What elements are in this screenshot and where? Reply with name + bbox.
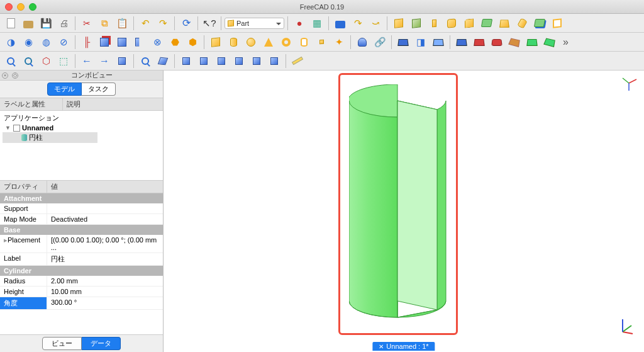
prop-angle[interactable]: 角度 300.00 ° bbox=[0, 297, 163, 310]
part-mirror-button[interactable] bbox=[426, 15, 442, 31]
tab-view[interactable]: ビュー bbox=[42, 337, 82, 350]
tab-model[interactable]: モデル bbox=[47, 82, 82, 96]
view-top-button[interactable] bbox=[196, 53, 212, 69]
redo-button[interactable]: ↷ bbox=[155, 15, 171, 31]
panel-undock-button[interactable]: ◇ bbox=[12, 72, 18, 79]
nav-back-button[interactable]: ← bbox=[79, 53, 95, 69]
cut-button[interactable]: ✂ bbox=[79, 15, 95, 31]
prim-sphere-button[interactable] bbox=[243, 34, 259, 50]
make-face-button[interactable] bbox=[354, 34, 370, 50]
part-revolve-button[interactable] bbox=[408, 15, 425, 31]
save-button[interactable]: 💾 bbox=[38, 15, 54, 31]
prim-cylinder-button[interactable] bbox=[225, 34, 242, 50]
tree-cylinder-item[interactable]: 円柱 bbox=[3, 132, 97, 143]
paste-button[interactable]: 📋 bbox=[114, 15, 130, 31]
surface-3-button[interactable] bbox=[489, 34, 505, 50]
surface-1-button[interactable] bbox=[453, 34, 470, 50]
bool-common-button[interactable]: ◍ bbox=[38, 34, 54, 50]
prop-placement[interactable]: ▸Placement [(0.00 0.00 1.00); 0.00 °; (0… bbox=[0, 235, 163, 253]
slice-button[interactable] bbox=[114, 34, 130, 50]
macro-record-button[interactable]: ● bbox=[291, 15, 308, 31]
link-import-all-button[interactable]: ⤻ bbox=[367, 15, 384, 31]
close-tab-icon[interactable]: ✕ bbox=[379, 343, 384, 350]
surface-6-button[interactable] bbox=[541, 34, 558, 50]
nav-cube-axes[interactable] bbox=[620, 74, 638, 92]
projection-button[interactable] bbox=[430, 34, 447, 50]
view-left-button[interactable] bbox=[266, 53, 282, 69]
part-thickness-button[interactable] bbox=[549, 15, 565, 31]
bool-union-button[interactable]: ◉ bbox=[20, 34, 36, 50]
prop-support[interactable]: Support bbox=[0, 203, 163, 214]
link-nav-button[interactable] bbox=[114, 53, 130, 69]
view-bottom-button[interactable] bbox=[248, 53, 265, 69]
part-extrude-button[interactable] bbox=[391, 15, 407, 31]
part-loft-button[interactable] bbox=[496, 15, 513, 31]
close-window-button[interactable] bbox=[5, 3, 13, 11]
prim-box-button[interactable] bbox=[208, 34, 224, 50]
new-button[interactable] bbox=[3, 15, 19, 31]
prim-tube-button[interactable] bbox=[296, 34, 312, 50]
open-button[interactable] bbox=[20, 15, 36, 31]
bool-section-button[interactable]: ⊘ bbox=[55, 34, 72, 50]
undo-button[interactable]: ↶ bbox=[137, 15, 153, 31]
part-sweep-button[interactable] bbox=[514, 15, 530, 31]
fit-selection-button[interactable] bbox=[20, 53, 36, 69]
measure-button[interactable] bbox=[289, 53, 306, 69]
check-button[interactable]: ⬣ bbox=[167, 34, 183, 50]
bounding-box-button[interactable]: ⬚ bbox=[55, 53, 72, 69]
surface-5-button[interactable] bbox=[524, 34, 540, 50]
shapebuilder-button[interactable]: ✦ bbox=[331, 34, 347, 50]
nav-fwd-button[interactable]: → bbox=[96, 53, 113, 69]
xor-button[interactable]: ⊗ bbox=[149, 34, 165, 50]
workbench-selector[interactable]: Part bbox=[225, 18, 284, 29]
attachment-button[interactable]: 🔗 bbox=[372, 34, 388, 50]
cross-sections-button[interactable] bbox=[395, 34, 411, 50]
surface-2-button[interactable] bbox=[471, 34, 487, 50]
model-tree[interactable]: アプリケーション ▼ Unnamed 円柱 bbox=[0, 111, 163, 180]
part-fillet-button[interactable] bbox=[443, 15, 460, 31]
cylinder-3d-object[interactable] bbox=[349, 84, 447, 327]
part-offset-button[interactable] bbox=[531, 15, 548, 31]
compound-button[interactable]: ╟ bbox=[79, 34, 95, 50]
fit-all-button[interactable] bbox=[3, 53, 19, 69]
draw-style-button[interactable]: ⬡ bbox=[38, 53, 54, 69]
prim-cone-button[interactable] bbox=[260, 34, 277, 50]
iso-view-button[interactable] bbox=[155, 53, 171, 69]
view-front-button[interactable] bbox=[178, 53, 194, 69]
view-right-button[interactable] bbox=[213, 53, 230, 69]
disclose-icon[interactable]: ▼ bbox=[5, 125, 11, 131]
3d-viewport[interactable]: ✕ Unnamed : 1* bbox=[164, 71, 644, 352]
tree-root[interactable]: アプリケーション bbox=[3, 113, 160, 123]
part-chamfer-button[interactable] bbox=[461, 15, 477, 31]
link-import-button[interactable]: ↷ bbox=[350, 15, 366, 31]
tree-doc[interactable]: ▼ Unnamed bbox=[3, 123, 160, 132]
document-tab[interactable]: ✕ Unnamed : 1* bbox=[372, 342, 435, 351]
maximize-window-button[interactable] bbox=[29, 3, 36, 11]
tab-data[interactable]: データ bbox=[82, 337, 121, 350]
refresh-button[interactable]: ⟳ bbox=[178, 15, 194, 31]
defeat-button[interactable]: ⬢ bbox=[184, 34, 201, 50]
prop-mapmode[interactable]: Map Mode Deactivated bbox=[0, 214, 163, 225]
part-ruled-button[interactable] bbox=[479, 15, 495, 31]
prim-torus-button[interactable] bbox=[278, 34, 294, 50]
panel-close-button[interactable]: × bbox=[2, 72, 8, 79]
minimize-window-button[interactable] bbox=[17, 3, 25, 11]
prop-label[interactable]: Label 円柱 bbox=[0, 253, 163, 266]
print-button[interactable]: 🖨 bbox=[55, 15, 72, 31]
bool-cut-button[interactable]: ◑ bbox=[3, 34, 19, 50]
surface-4-button[interactable] bbox=[506, 34, 523, 50]
link-make-button[interactable] bbox=[332, 15, 348, 31]
prop-height[interactable]: Height 10.00 mm bbox=[0, 287, 163, 297]
prop-radius[interactable]: Radius 2.00 mm bbox=[0, 276, 163, 287]
section-cut-button[interactable]: ◨ bbox=[413, 34, 429, 50]
explode-button[interactable] bbox=[96, 34, 113, 50]
tab-task[interactable]: タスク bbox=[82, 82, 116, 96]
toolbar-overflow-button[interactable]: » bbox=[559, 37, 572, 48]
prim-create-button[interactable] bbox=[313, 34, 330, 50]
slice-apart-button[interactable] bbox=[131, 34, 148, 50]
zoom-button[interactable] bbox=[137, 53, 153, 69]
view-rear-button[interactable] bbox=[231, 53, 247, 69]
whatsthis-button[interactable]: ↖? bbox=[201, 15, 218, 31]
copy-button[interactable]: ⧉ bbox=[96, 15, 113, 31]
macro-stop-button[interactable]: ▦ bbox=[309, 15, 325, 31]
